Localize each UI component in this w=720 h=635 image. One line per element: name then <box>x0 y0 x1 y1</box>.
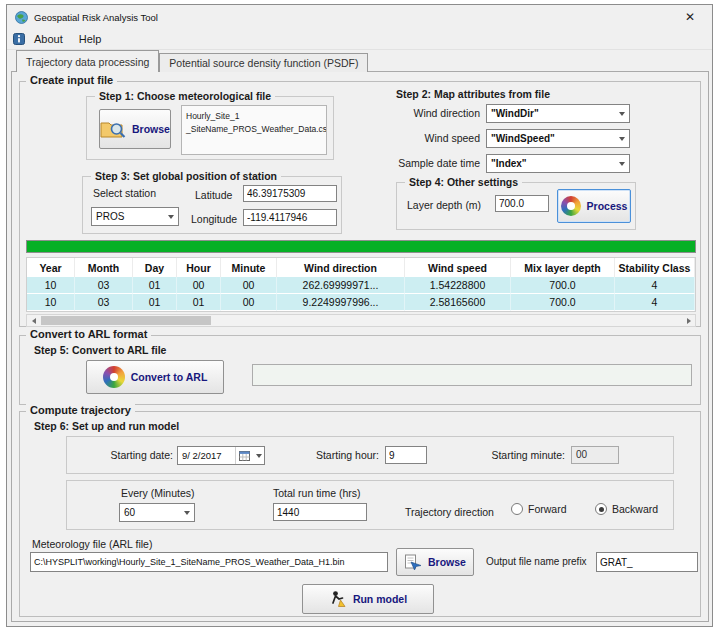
tab-trajectory-data-processing[interactable]: Trajectory data processing <box>16 50 159 72</box>
tab-psdf[interactable]: Potential source density function (PSDF) <box>159 53 368 72</box>
scroll-right-arrow-icon[interactable] <box>682 315 695 326</box>
column-header[interactable]: Mix layer depth <box>511 258 615 277</box>
wind-speed-select[interactable]: "WindSpeed" <box>486 129 630 148</box>
starting-minute-label: Starting minute: <box>481 449 565 461</box>
scroll-left-arrow-icon[interactable] <box>27 315 40 326</box>
layer-depth-field[interactable] <box>495 195 549 212</box>
convert-to-arl-group: Convert to ARL format Step 5: Convert to… <box>19 335 701 405</box>
table-cell: 700.0 <box>511 294 615 311</box>
menu-about[interactable]: About <box>27 31 70 47</box>
weather-data-table: Year Month Day Hour Minute Wind directio… <box>26 257 696 312</box>
table-cell: 1.54228800 <box>405 277 511 294</box>
process-pinwheel-icon <box>561 196 581 216</box>
column-header[interactable]: Minute <box>221 258 277 277</box>
chevron-down-icon <box>184 511 190 515</box>
station-select[interactable]: PROS <box>91 207 179 226</box>
column-header[interactable]: Year <box>27 258 75 277</box>
table-cell: 00 <box>221 294 277 311</box>
starting-date-picker[interactable]: 9/ 2/2017 <box>177 446 265 465</box>
radio-checked-icon <box>595 503 607 515</box>
forward-radio[interactable]: Forward <box>511 503 567 515</box>
step4-title: Step 4: Other settings <box>405 176 522 188</box>
step5-title: Step 5: Convert to ARL file <box>34 344 166 356</box>
run-settings-box: Every (Minutes) 60 Total run time (hrs) … <box>66 480 674 530</box>
process-button[interactable]: Process <box>557 189 631 223</box>
calendar-icon <box>239 450 250 461</box>
sample-date-time-value: "Index" <box>491 158 527 169</box>
table-cell: 9.2249997996... <box>277 294 405 311</box>
latitude-label: Latitude <box>195 189 232 201</box>
column-header[interactable]: Day <box>133 258 177 277</box>
browse-arl-file-button[interactable]: Browse <box>396 548 474 576</box>
run-model-button[interactable]: Run model <box>302 584 434 614</box>
meteorology-file-field[interactable] <box>30 552 388 572</box>
latitude-field[interactable] <box>243 185 337 202</box>
chevron-down-icon <box>168 215 174 219</box>
browse-meteorological-file-button[interactable]: Browse <box>99 109 171 149</box>
column-header[interactable]: Wind direction <box>277 258 405 277</box>
step3-box: Step 3: Set global position of station S… <box>82 176 342 234</box>
total-run-time-field[interactable] <box>273 503 367 521</box>
output-prefix-label: Output file name prefix <box>486 556 587 567</box>
convert-to-arl-title: Convert to ARL format <box>26 328 151 340</box>
step2-title: Step 2: Map attributes from file <box>396 88 550 100</box>
starting-date-label: Starting date: <box>95 449 173 461</box>
layer-depth-label: Layer depth (m) <box>407 199 481 211</box>
table-cell: 03 <box>75 277 133 294</box>
table-row[interactable]: 10 03 01 01 00 9.2249997996... 2.5816560… <box>27 294 695 311</box>
meteorology-file-label: Meteorology file (ARL file) <box>32 538 152 550</box>
create-input-file-group: Create input file Step 1: Choose meteoro… <box>19 81 701 327</box>
output-prefix-field[interactable] <box>596 552 698 572</box>
every-minutes-select[interactable]: 60 <box>119 503 195 522</box>
chevron-down-icon <box>619 137 625 141</box>
step1-title: Step 1: Choose meteorological file <box>95 90 275 102</box>
every-minutes-value: 60 <box>124 507 135 518</box>
table-cell: 4 <box>615 277 695 294</box>
forward-radio-label: Forward <box>528 503 567 515</box>
run-model-icon <box>329 590 347 608</box>
table-cell: 03 <box>75 294 133 311</box>
table-header-row: Year Month Day Hour Minute Wind directio… <box>27 258 695 277</box>
chevron-down-icon <box>619 162 625 166</box>
column-header[interactable]: Stability Class <box>615 258 695 277</box>
load-progress-bar <box>26 240 696 253</box>
close-button[interactable]: ✕ <box>676 10 704 24</box>
total-run-time-label: Total run time (hrs) <box>273 487 361 499</box>
meteorological-file-name: Hourly_Site_1 _SiteName_PROS_Weather_Dat… <box>181 105 327 155</box>
scrollbar-thumb[interactable] <box>41 316 211 325</box>
table-horizontal-scrollbar[interactable] <box>26 314 696 327</box>
menu-help[interactable]: Help <box>72 31 109 47</box>
longitude-field[interactable] <box>243 209 337 226</box>
browse-arl-button-label: Browse <box>428 556 466 568</box>
backward-radio[interactable]: Backward <box>595 503 658 515</box>
about-icon <box>13 33 25 45</box>
column-header[interactable]: Wind speed <box>405 258 511 277</box>
table-cell: 01 <box>177 294 221 311</box>
sample-date-time-select[interactable]: "Index" <box>486 154 630 173</box>
calendar-dropdown-button[interactable] <box>235 447 262 464</box>
wind-speed-label: Wind speed <box>392 132 480 144</box>
station-value: PROS <box>96 211 124 222</box>
table-cell: 4 <box>615 294 695 311</box>
starting-hour-field[interactable] <box>385 446 427 464</box>
column-header[interactable]: Hour <box>177 258 221 277</box>
trajectory-direction-label: Trajectory direction <box>405 506 494 518</box>
table-cell: 10 <box>27 294 75 311</box>
run-model-button-label: Run model <box>353 593 407 605</box>
chevron-down-icon <box>256 454 262 458</box>
wind-direction-label: Wind direction <box>392 107 480 119</box>
table-cell: 01 <box>133 294 177 311</box>
step1-box: Step 1: Choose meteorological file Brows… <box>86 96 334 160</box>
wind-speed-value: "WindSpeed" <box>491 133 555 144</box>
wind-direction-select[interactable]: "WindDir" <box>486 104 630 123</box>
create-input-file-title: Create input file <box>26 74 117 86</box>
tab-strip: Trajectory data processing Potential sou… <box>16 50 368 72</box>
every-minutes-label: Every (Minutes) <box>121 487 195 499</box>
table-cell: 2.58165600 <box>405 294 511 311</box>
column-header[interactable]: Month <box>75 258 133 277</box>
convert-to-arl-button[interactable]: Convert to ARL <box>86 360 224 394</box>
table-cell: 700.0 <box>511 277 615 294</box>
table-row[interactable]: 10 03 01 00 00 262.69999971... 1.5422880… <box>27 277 695 294</box>
starting-date-value: 9/ 2/2017 <box>182 450 235 461</box>
sample-date-time-label: Sample date time <box>392 157 480 169</box>
